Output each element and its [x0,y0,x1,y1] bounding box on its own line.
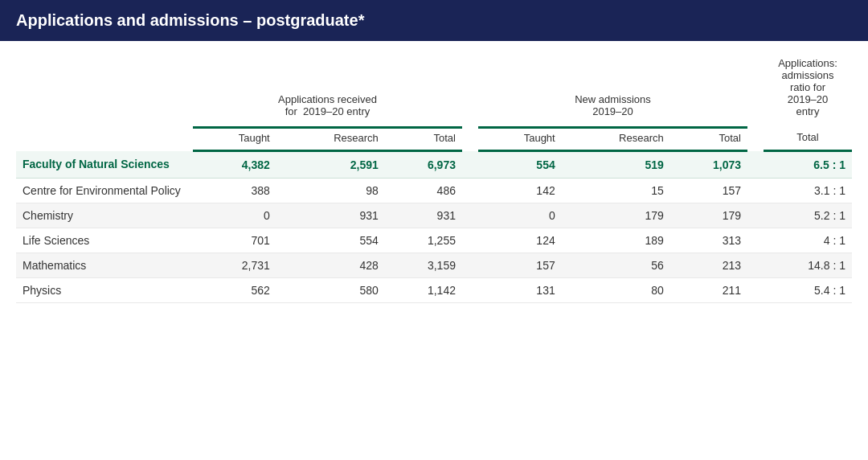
row-adm-taught: 131 [478,278,562,303]
row-adm-taught: 142 [478,179,562,203]
spacer [462,179,478,203]
faculty-ratio: 6.5 : 1 [764,151,852,179]
row-adm-research: 179 [562,203,670,228]
faculty-adm-total: 1,073 [670,151,747,179]
row-name: Physics [16,278,193,303]
spacer [747,203,764,228]
row-adm-taught: 0 [478,203,562,228]
sub-header-ratio-total: Total [764,127,852,149]
sub-header-apps-total: Total [385,127,462,149]
row-adm-taught: 124 [478,228,562,253]
row-adm-research: 56 [562,253,670,278]
row-apps-total: 3,159 [385,253,462,278]
row-name: Life Sciences [16,228,193,253]
spacer [747,278,764,303]
row-adm-research: 80 [562,278,670,303]
row-adm-total: 213 [670,253,747,278]
spacer [462,253,478,278]
row-ratio: 5.4 : 1 [764,278,852,303]
faculty-name: Faculty of Natural Sciences [16,151,193,179]
row-apps-taught: 701 [193,228,276,253]
row-apps-total: 486 [385,179,462,203]
table-row: Physics5625801,142131802115.4 : 1 [16,278,852,303]
sub-header-adm-research: Research [562,127,670,149]
table-row: Mathematics2,7314283,1591575621314.8 : 1 [16,253,852,278]
row-adm-research: 189 [562,228,670,253]
faculty-adm-taught: 554 [478,151,562,179]
table-row: Chemistry093193101791795.2 : 1 [16,203,852,228]
row-apps-total: 931 [385,203,462,228]
header-title: Applications and admissions – postgradua… [16,11,364,29]
sub-header-adm-taught: Taught [478,127,562,149]
row-ratio: 5.2 : 1 [764,203,852,228]
row-name: Mathematics [16,253,193,278]
table-row: Centre for Environmental Policy388984861… [16,179,852,203]
row-adm-total: 157 [670,179,747,203]
row-apps-research: 428 [276,253,385,278]
row-adm-total: 313 [670,228,747,253]
row-apps-research: 580 [276,278,385,303]
row-name: Chemistry [16,203,193,228]
row-ratio: 14.8 : 1 [764,253,852,278]
row-apps-total: 1,142 [385,278,462,303]
new-admissions-group-header: New admissions2019–20 [478,57,747,124]
row-apps-taught: 562 [193,278,276,303]
faculty-apps-total: 6,973 [385,151,462,179]
header: Applications and admissions – postgradua… [0,0,868,41]
row-apps-research: 931 [276,203,385,228]
row-adm-research: 15 [562,179,670,203]
row-ratio: 3.1 : 1 [764,179,852,203]
sub-header-apps-research: Research [276,127,385,149]
sub-header-apps-taught: Taught [193,127,276,149]
row-name: Centre for Environmental Policy [16,179,193,203]
spacer [462,228,478,253]
spacer [462,278,478,303]
ratio-group-header: Applications:admissionsratio for2019–20e… [764,57,852,124]
row-apps-taught: 0 [193,203,276,228]
spacer [747,253,764,278]
row-apps-total: 1,255 [385,228,462,253]
row-apps-taught: 388 [193,179,276,203]
faculty-apps-taught: 4,382 [193,151,276,179]
row-ratio: 4 : 1 [764,228,852,253]
row-adm-taught: 157 [478,253,562,278]
apps-received-group-header: Applications receivedfor 2019–20 entry [193,57,462,124]
row-apps-research: 554 [276,228,385,253]
row-apps-taught: 2,731 [193,253,276,278]
row-adm-total: 179 [670,203,747,228]
sub-header-adm-total: Total [670,127,747,149]
spacer [747,228,764,253]
faculty-apps-research: 2,591 [276,151,385,179]
spacer [747,179,764,203]
table-row: Life Sciences7015541,2551241893134 : 1 [16,228,852,253]
faculty-row: Faculty of Natural Sciences 4,382 2,591 … [16,151,852,179]
faculty-adm-research: 519 [562,151,670,179]
spacer [462,203,478,228]
row-adm-total: 211 [670,278,747,303]
row-apps-research: 98 [276,179,385,203]
